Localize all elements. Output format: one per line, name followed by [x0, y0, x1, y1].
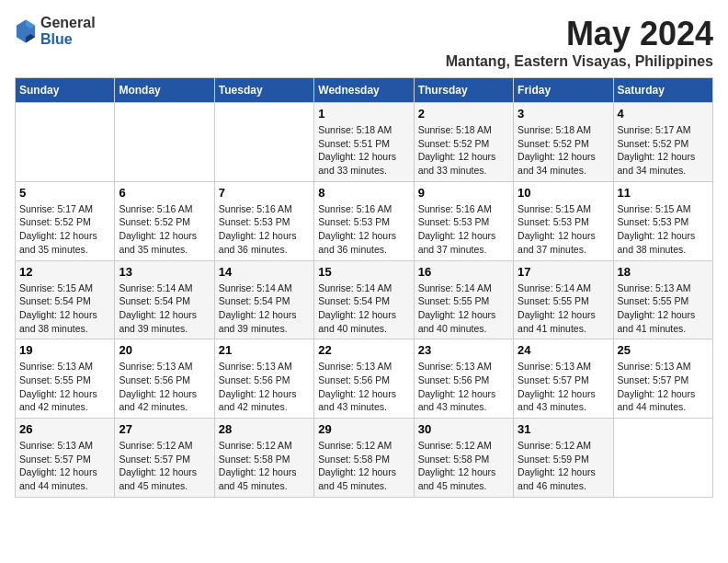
logo: General Blue	[15, 15, 96, 47]
calendar-cell: 1Sunrise: 5:18 AMSunset: 5:51 PMDaylight…	[314, 103, 414, 182]
logo-icon	[15, 18, 37, 44]
day-number: 9	[418, 186, 509, 200]
day-number: 27	[119, 422, 210, 436]
calendar-week-row: 5Sunrise: 5:17 AMSunset: 5:52 PMDaylight…	[16, 181, 713, 260]
logo-blue: Blue	[40, 31, 96, 48]
day-info: Sunrise: 5:14 AMSunset: 5:54 PMDaylight:…	[219, 282, 310, 336]
day-number: 7	[219, 186, 310, 200]
calendar-cell: 17Sunrise: 5:14 AMSunset: 5:55 PMDayligh…	[514, 260, 613, 339]
calendar-week-row: 12Sunrise: 5:15 AMSunset: 5:54 PMDayligh…	[16, 260, 713, 339]
day-header-friday: Friday	[514, 78, 613, 103]
day-info: Sunrise: 5:13 AMSunset: 5:55 PMDaylight:…	[19, 360, 110, 414]
calendar-cell: 13Sunrise: 5:14 AMSunset: 5:54 PMDayligh…	[115, 260, 214, 339]
day-number: 1	[318, 107, 409, 121]
day-info: Sunrise: 5:14 AMSunset: 5:55 PMDaylight:…	[418, 282, 509, 336]
day-number: 18	[618, 265, 709, 279]
day-info: Sunrise: 5:13 AMSunset: 5:56 PMDaylight:…	[119, 360, 210, 414]
day-info: Sunrise: 5:13 AMSunset: 5:57 PMDaylight:…	[518, 360, 609, 414]
day-number: 29	[318, 422, 409, 436]
calendar-cell: 25Sunrise: 5:13 AMSunset: 5:57 PMDayligh…	[613, 339, 712, 419]
day-info: Sunrise: 5:15 AMSunset: 5:53 PMDaylight:…	[518, 202, 609, 257]
calendar-cell: 18Sunrise: 5:13 AMSunset: 5:55 PMDayligh…	[613, 260, 712, 339]
calendar-cell: 20Sunrise: 5:13 AMSunset: 5:56 PMDayligh…	[115, 339, 214, 419]
day-number: 22	[318, 343, 409, 357]
day-header-monday: Monday	[115, 78, 214, 103]
calendar-cell: 9Sunrise: 5:16 AMSunset: 5:53 PMDaylight…	[414, 181, 513, 260]
calendar-cell: 14Sunrise: 5:14 AMSunset: 5:54 PMDayligh…	[214, 260, 313, 339]
calendar-cell: 23Sunrise: 5:13 AMSunset: 5:56 PMDayligh…	[414, 339, 513, 419]
day-header-sunday: Sunday	[16, 78, 115, 103]
day-number: 30	[418, 422, 509, 436]
day-number: 20	[119, 343, 210, 357]
day-number: 5	[19, 186, 110, 200]
calendar-cell	[214, 103, 313, 182]
subtitle: Mantang, Eastern Visayas, Philippines	[446, 53, 713, 70]
calendar-cell: 11Sunrise: 5:15 AMSunset: 5:53 PMDayligh…	[613, 181, 712, 260]
day-number: 17	[518, 265, 609, 279]
day-info: Sunrise: 5:14 AMSunset: 5:54 PMDaylight:…	[318, 282, 409, 336]
calendar-cell: 28Sunrise: 5:12 AMSunset: 5:58 PMDayligh…	[214, 419, 313, 498]
day-info: Sunrise: 5:16 AMSunset: 5:53 PMDaylight:…	[219, 202, 310, 257]
calendar-cell: 22Sunrise: 5:13 AMSunset: 5:56 PMDayligh…	[314, 339, 414, 419]
day-number: 15	[318, 265, 409, 279]
day-header-tuesday: Tuesday	[214, 78, 313, 103]
day-number: 14	[219, 265, 310, 279]
calendar-cell: 26Sunrise: 5:13 AMSunset: 5:57 PMDayligh…	[16, 419, 115, 498]
day-header-thursday: Thursday	[414, 78, 513, 103]
calendar-cell	[115, 103, 214, 182]
day-info: Sunrise: 5:12 AMSunset: 5:59 PMDaylight:…	[518, 439, 609, 493]
day-info: Sunrise: 5:18 AMSunset: 5:52 PMDaylight:…	[418, 123, 509, 178]
day-info: Sunrise: 5:13 AMSunset: 5:55 PMDaylight:…	[618, 282, 709, 336]
title-section: May 2024 Mantang, Eastern Visayas, Phili…	[446, 15, 713, 70]
day-info: Sunrise: 5:18 AMSunset: 5:52 PMDaylight:…	[518, 123, 609, 178]
calendar-cell: 30Sunrise: 5:12 AMSunset: 5:58 PMDayligh…	[414, 419, 513, 498]
day-number: 8	[318, 186, 409, 200]
calendar-header-row: SundayMondayTuesdayWednesdayThursdayFrid…	[16, 78, 713, 103]
day-info: Sunrise: 5:13 AMSunset: 5:56 PMDaylight:…	[318, 360, 409, 414]
logo-text: General Blue	[40, 15, 96, 47]
day-info: Sunrise: 5:13 AMSunset: 5:56 PMDaylight:…	[418, 360, 509, 414]
day-number: 3	[518, 107, 609, 121]
day-info: Sunrise: 5:15 AMSunset: 5:54 PMDaylight:…	[19, 282, 110, 336]
calendar-cell: 29Sunrise: 5:12 AMSunset: 5:58 PMDayligh…	[314, 419, 414, 498]
day-number: 31	[518, 422, 609, 436]
day-info: Sunrise: 5:12 AMSunset: 5:58 PMDaylight:…	[418, 439, 509, 493]
calendar-cell	[16, 103, 115, 182]
calendar-cell: 21Sunrise: 5:13 AMSunset: 5:56 PMDayligh…	[214, 339, 313, 419]
calendar-cell: 4Sunrise: 5:17 AMSunset: 5:52 PMDaylight…	[613, 103, 712, 182]
day-number: 4	[618, 107, 709, 121]
day-info: Sunrise: 5:13 AMSunset: 5:57 PMDaylight:…	[618, 360, 709, 414]
day-info: Sunrise: 5:13 AMSunset: 5:57 PMDaylight:…	[19, 439, 110, 493]
day-info: Sunrise: 5:12 AMSunset: 5:58 PMDaylight:…	[318, 439, 409, 493]
calendar-cell: 15Sunrise: 5:14 AMSunset: 5:54 PMDayligh…	[314, 260, 414, 339]
day-info: Sunrise: 5:18 AMSunset: 5:51 PMDaylight:…	[318, 123, 409, 178]
day-header-saturday: Saturday	[613, 78, 712, 103]
logo-general: General	[40, 15, 96, 31]
calendar-week-row: 19Sunrise: 5:13 AMSunset: 5:55 PMDayligh…	[16, 339, 713, 419]
day-info: Sunrise: 5:12 AMSunset: 5:58 PMDaylight:…	[219, 439, 310, 493]
calendar-cell: 6Sunrise: 5:16 AMSunset: 5:52 PMDaylight…	[115, 181, 214, 260]
calendar-cell: 2Sunrise: 5:18 AMSunset: 5:52 PMDaylight…	[414, 103, 513, 182]
calendar-cell: 19Sunrise: 5:13 AMSunset: 5:55 PMDayligh…	[16, 339, 115, 419]
day-info: Sunrise: 5:13 AMSunset: 5:56 PMDaylight:…	[219, 360, 310, 414]
calendar-week-row: 26Sunrise: 5:13 AMSunset: 5:57 PMDayligh…	[16, 419, 713, 498]
calendar-week-row: 1Sunrise: 5:18 AMSunset: 5:51 PMDaylight…	[16, 103, 713, 182]
calendar-cell: 27Sunrise: 5:12 AMSunset: 5:57 PMDayligh…	[115, 419, 214, 498]
day-info: Sunrise: 5:17 AMSunset: 5:52 PMDaylight:…	[618, 123, 709, 178]
day-number: 12	[19, 265, 110, 279]
day-info: Sunrise: 5:12 AMSunset: 5:57 PMDaylight:…	[119, 439, 210, 493]
day-number: 23	[418, 343, 509, 357]
day-info: Sunrise: 5:16 AMSunset: 5:53 PMDaylight:…	[318, 202, 409, 257]
calendar-cell: 5Sunrise: 5:17 AMSunset: 5:52 PMDaylight…	[16, 181, 115, 260]
calendar-cell: 10Sunrise: 5:15 AMSunset: 5:53 PMDayligh…	[514, 181, 613, 260]
day-info: Sunrise: 5:17 AMSunset: 5:52 PMDaylight:…	[19, 202, 110, 257]
day-info: Sunrise: 5:16 AMSunset: 5:52 PMDaylight:…	[119, 202, 210, 257]
main-title: May 2024	[446, 15, 713, 53]
day-number: 25	[618, 343, 709, 357]
day-number: 28	[219, 422, 310, 436]
calendar-table: SundayMondayTuesdayWednesdayThursdayFrid…	[15, 77, 713, 498]
day-number: 2	[418, 107, 509, 121]
calendar-cell: 8Sunrise: 5:16 AMSunset: 5:53 PMDaylight…	[314, 181, 414, 260]
day-number: 11	[618, 186, 709, 200]
day-number: 21	[219, 343, 310, 357]
